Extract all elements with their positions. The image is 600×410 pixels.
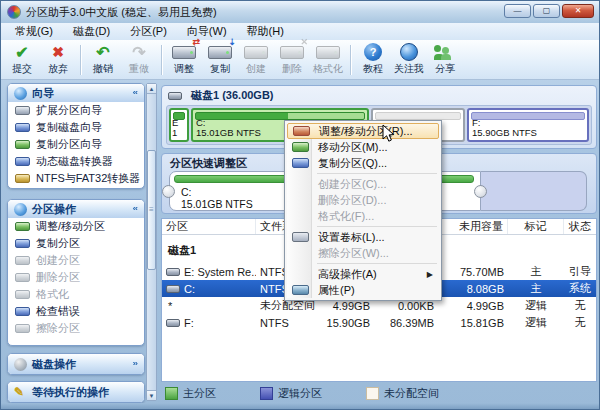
resize-handle-left[interactable] — [162, 185, 175, 198]
menu-item-move-partition[interactable]: 移动分区(M)... — [287, 139, 439, 155]
partition-usage-strip — [173, 112, 185, 120]
scroll-down-icon[interactable]: ▼ — [147, 390, 156, 400]
scroll-up-icon[interactable]: ▲ — [147, 84, 156, 94]
format-label: 格式化 — [313, 62, 343, 76]
menu-item-set-label[interactable]: 设置卷标(L)... — [287, 229, 439, 245]
item-label: 删除分区 — [36, 270, 80, 285]
check-icon: ✔ — [15, 43, 28, 61]
pending-ops-panel: ✎ 等待执行的操作 — [7, 381, 145, 403]
menu-item-copy-partition[interactable]: 复制分区(Q)... — [287, 155, 439, 171]
col-flag[interactable]: 标记 — [508, 219, 564, 234]
drive-icon — [15, 174, 30, 183]
resize-button[interactable]: ⇄ 调整 — [166, 41, 202, 78]
item-label: 复制磁盘向导 — [36, 120, 102, 135]
maximize-button[interactable]: ▢ — [533, 4, 560, 18]
globe-icon — [400, 43, 418, 61]
partition-f[interactable]: F: 15.90GB NTFS — [467, 108, 589, 142]
copy-button[interactable]: ⇣ 复制 — [202, 41, 238, 78]
item-label: NTFS与FAT32转换器 — [36, 171, 140, 186]
primary-color-swatch — [165, 387, 178, 400]
window-title: 分区助手3.0中文版 (稳定、易用且免费) — [26, 5, 217, 20]
quick-adjust-remaining-space — [481, 171, 587, 211]
sidebar-item-check-errors[interactable]: 检查错误 — [8, 303, 144, 320]
commit-button[interactable]: ✔ 提交 — [4, 41, 40, 78]
delete-drive-icon: ✕ — [280, 43, 304, 61]
expand-chevron-icon[interactable]: » — [132, 360, 138, 368]
redo-icon: ↷ — [132, 43, 145, 61]
pending-ops-header[interactable]: ✎ 等待执行的操作 — [8, 382, 144, 402]
partition-size: 15.90GB NTFS — [472, 128, 584, 138]
item-label: 动态磁盘转换器 — [36, 154, 113, 169]
item-label: 格式化 — [36, 287, 69, 302]
resize-partition-icon — [293, 126, 310, 136]
collapse-chevron-icon[interactable]: « — [132, 89, 138, 97]
resize-handle-right[interactable] — [474, 185, 487, 198]
partition-usage-strip — [195, 112, 365, 120]
menu-item-properties[interactable]: 属性(P) — [287, 282, 439, 298]
drive-icon — [15, 324, 30, 333]
undo-button[interactable]: ↶ 撤销 — [85, 41, 121, 78]
create-label: 创建 — [246, 62, 266, 76]
toolbar-separator — [80, 45, 81, 75]
follow-me-button[interactable]: 关注我 — [391, 41, 427, 78]
partition-usage-strip — [375, 112, 461, 120]
col-partition[interactable]: 分区 — [162, 219, 256, 234]
menu-item-resize-move-partition[interactable]: 调整/移动分区(R)... — [287, 123, 439, 139]
menu-disk[interactable]: 磁盘(D) — [63, 24, 120, 39]
sidebar-item-copy-partition-wizard[interactable]: 复制分区向导 — [8, 136, 144, 153]
menu-partition[interactable]: 分区(P) — [120, 24, 177, 39]
menu-item-advanced-ops[interactable]: 高级操作(A) ▶ — [287, 266, 439, 282]
minimize-button[interactable]: — — [504, 4, 531, 18]
col-status[interactable]: 状态 — [564, 219, 596, 234]
drive-icon — [166, 285, 180, 293]
sidebar-item-copy-partition[interactable]: 复制分区 — [8, 235, 144, 252]
item-label: 擦除分区 — [36, 321, 80, 336]
disk-ops-header[interactable]: 磁盘操作 » — [8, 354, 144, 374]
context-menu: 调整/移动分区(R)... 移动分区(M)... 复制分区(Q)... 创建分区… — [284, 120, 442, 301]
tutorial-button[interactable]: ? 教程 — [355, 41, 391, 78]
disk-ops-title: 磁盘操作 — [32, 357, 76, 372]
sidebar-item-extend-partition-wizard[interactable]: 扩展分区向导 — [8, 102, 144, 119]
disk-ops-panel: 磁盘操作 » — [7, 353, 145, 375]
copy-drive-icon: ⇣ — [208, 43, 232, 61]
menu-separator — [317, 226, 437, 227]
menu-item-delete-partition: 删除分区(D)... — [287, 192, 439, 208]
sidebar-item-resize-move-partition[interactable]: 调整/移动分区 — [8, 218, 144, 235]
col-free[interactable]: 未用容量 — [438, 219, 508, 234]
legend-primary: 主分区 — [165, 386, 216, 401]
partition-usage-strip — [471, 112, 585, 120]
collapse-chevron-icon[interactable]: « — [132, 205, 138, 213]
quick-adjust-size: 15.01GB NTFS — [181, 199, 253, 210]
disk-ops-gear-icon — [14, 358, 27, 371]
x-icon: ✖ — [52, 43, 64, 61]
pending-ops-title: 等待执行的操作 — [32, 385, 109, 400]
wizards-panel-header[interactable]: 向导 « — [8, 84, 144, 102]
share-button[interactable]: 分享 — [427, 41, 463, 78]
partition-ops-panel: 分区操作 « 调整/移动分区 复制分区 创建分区 删除分区 格式化 — [7, 199, 145, 346]
partition-ops-header[interactable]: 分区操作 « — [8, 200, 144, 218]
sidebar-item-dynamic-disk-converter[interactable]: 动态磁盘转换器 — [8, 153, 144, 170]
sidebar-item-copy-disk-wizard[interactable]: 复制磁盘向导 — [8, 119, 144, 136]
drive-icon — [166, 268, 180, 276]
sidebar-scrollbar[interactable]: ▲ ▼ — [146, 83, 157, 401]
submenu-arrow-icon: ▶ — [427, 270, 433, 279]
menu-item-wipe-partition: 擦除分区(W)... — [287, 245, 439, 261]
legend: 主分区 逻辑分区 未分配空间 — [165, 386, 483, 400]
table-row-f[interactable]: F: NTFS 15.90GB 86.39MB 15.81GB 逻辑 无 — [162, 314, 596, 331]
legend-label: 逻辑分区 — [278, 386, 322, 401]
menu-help[interactable]: 帮助(H) — [237, 24, 294, 39]
drive-icon — [15, 106, 30, 115]
discard-label: 放弃 — [48, 62, 68, 76]
discard-button[interactable]: ✖ 放弃 — [40, 41, 76, 78]
drive-icon — [166, 319, 180, 327]
sidebar-item-delete-partition: 删除分区 — [8, 269, 144, 286]
window-bottom-frame — [1, 403, 599, 409]
close-button[interactable]: ✕ — [562, 4, 594, 18]
properties-icon — [292, 285, 309, 295]
sidebar-item-ntfs-fat32-converter[interactable]: NTFS与FAT32转换器 — [8, 170, 144, 187]
scrollbar-thumb[interactable] — [147, 150, 156, 270]
toolbar: ✔ 提交 ✖ 放弃 ↶ 撤销 ↷ 重做 ⇄ 调整 ⇣ 复制 创建 ✕ — [1, 40, 599, 80]
partition-e[interactable]: E 1 — [169, 108, 189, 142]
menu-general[interactable]: 常规(G) — [5, 24, 63, 39]
drive-icon — [15, 273, 30, 282]
